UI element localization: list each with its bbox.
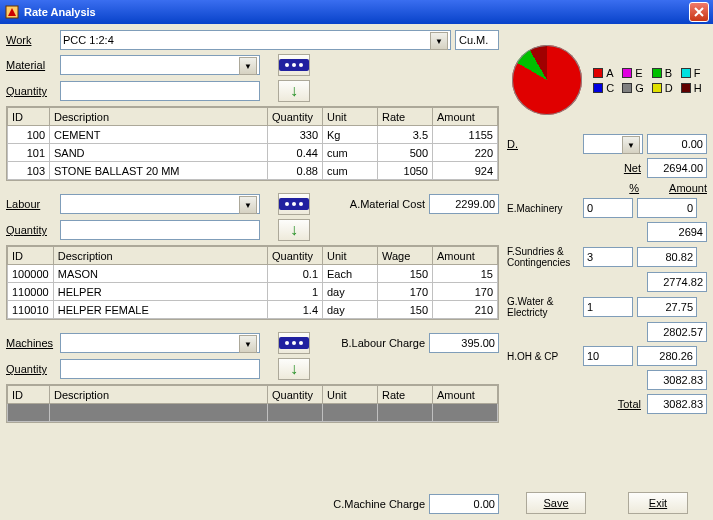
machines-row: Machines B.Labour Charge 395.00	[6, 332, 499, 354]
work-row: Work PCC 1:2:4 Cu.M.	[6, 30, 499, 50]
f-pct-input[interactable]: 3	[583, 247, 633, 267]
machine-charge-label: C.Machine Charge	[333, 498, 425, 510]
arrow-down-icon: ↓	[290, 360, 298, 378]
total-value: 3082.83	[647, 394, 707, 414]
labour-charge-value: 395.00	[429, 333, 499, 353]
f-amt: 80.82	[637, 247, 697, 267]
machines-qty-input[interactable]	[60, 359, 260, 379]
material-table: ID Description Quantity Unit Rate Amount…	[6, 106, 499, 181]
table-row[interactable]: 103STONE BALLAST 20 MM0.88cum1050924	[8, 162, 498, 180]
close-button[interactable]	[689, 2, 709, 22]
h-pct-input[interactable]: 10	[583, 346, 633, 366]
labour-row: Labour A.Material Cost 2299.00	[6, 193, 499, 215]
arrow-down-icon: ↓	[290, 82, 298, 100]
col-rate[interactable]: Rate	[378, 108, 433, 126]
col-qty[interactable]: Quantity	[268, 108, 323, 126]
work-label: Work	[6, 34, 56, 46]
labour-add-button[interactable]: ↓	[278, 219, 310, 241]
h-row: H.OH & CP 10 280.26	[507, 346, 707, 366]
sub4: 3082.83	[647, 370, 707, 390]
labour-select-button[interactable]	[278, 193, 310, 215]
titlebar: Rate Analysis	[0, 0, 713, 24]
g-amt: 27.75	[637, 297, 697, 317]
table-row[interactable]: 110000HELPER1day170170	[8, 283, 498, 301]
material-qty-row: Quantity ↓	[6, 80, 499, 102]
labour-combo[interactable]	[60, 194, 260, 214]
g-pct-input[interactable]: 1	[583, 297, 633, 317]
net-value: 2694.00	[647, 158, 707, 178]
material-add-button[interactable]: ↓	[278, 80, 310, 102]
arrow-down-icon: ↓	[290, 221, 298, 239]
labour-qty-row: Quantity ↓	[6, 219, 499, 241]
save-button[interactable]: Save	[526, 492, 586, 514]
table-row[interactable]: 100000MASON0.1Each15015	[8, 265, 498, 283]
d-row: D. 0.00	[507, 134, 707, 154]
app-icon	[4, 4, 20, 20]
total-row: Total 3082.83	[507, 394, 707, 414]
net-row: Net 2694.00	[507, 158, 707, 178]
e-pct-input[interactable]: 0	[583, 198, 633, 218]
material-select-button[interactable]	[278, 54, 310, 76]
d-combo[interactable]	[583, 134, 643, 154]
col-id[interactable]: ID	[8, 108, 50, 126]
material-combo[interactable]	[60, 55, 260, 75]
machines-table: ID Description Quantity Unit Rate Amount	[6, 384, 499, 423]
machine-charge-value: 0.00	[429, 494, 499, 514]
labour-charge-label: B.Labour Charge	[341, 337, 425, 349]
material-cost-value: 2299.00	[429, 194, 499, 214]
pie-chart	[512, 45, 582, 115]
material-qty-input[interactable]	[60, 81, 260, 101]
labour-qty-label: Quantity	[6, 224, 56, 236]
material-cost-label: A.Material Cost	[350, 198, 425, 210]
f-row: F.Sundries & Contingencies 3 80.82	[507, 246, 707, 268]
col-unit[interactable]: Unit	[323, 108, 378, 126]
col-amount[interactable]: Amount	[433, 108, 498, 126]
h-amt: 280.26	[637, 346, 697, 366]
machine-charge-row: C.Machine Charge 0.00	[6, 494, 499, 514]
bottom-buttons: Save Exit	[507, 492, 707, 514]
work-combo[interactable]: PCC 1:2:4	[60, 30, 451, 50]
window-title: Rate Analysis	[24, 6, 689, 18]
labour-label: Labour	[6, 198, 56, 210]
table-row[interactable]: 110010HELPER FEMALE1.4day150210	[8, 301, 498, 319]
material-label: Material	[6, 59, 56, 71]
labour-qty-input[interactable]	[60, 220, 260, 240]
pie-legend: A E B F C G D H	[593, 67, 701, 94]
table-row-empty	[8, 404, 498, 422]
header-row: % Amount	[507, 182, 707, 194]
machines-combo[interactable]	[60, 333, 260, 353]
work-unit: Cu.M.	[455, 30, 499, 50]
sub1: 2694	[647, 222, 707, 242]
e-row: E.Machinery 0 0	[507, 198, 707, 218]
material-qty-label: Quantity	[6, 85, 56, 97]
machines-add-button[interactable]: ↓	[278, 358, 310, 380]
machines-qty-label: Quantity	[6, 363, 56, 375]
table-row[interactable]: 101SAND0.44cum500220	[8, 144, 498, 162]
pie-chart-area: A E B F C G D H	[507, 30, 707, 130]
table-row[interactable]: 100CEMENT330Kg3.51155	[8, 126, 498, 144]
col-desc[interactable]: Description	[50, 108, 268, 126]
machines-label: Machines	[6, 337, 56, 349]
sub2: 2774.82	[647, 272, 707, 292]
sub3: 2802.57	[647, 322, 707, 342]
exit-button[interactable]: Exit	[628, 492, 688, 514]
e-amt: 0	[637, 198, 697, 218]
g-row: G.Water & Electricty 1 27.75	[507, 296, 707, 318]
machines-select-button[interactable]	[278, 332, 310, 354]
material-row: Material	[6, 54, 499, 76]
d-value: 0.00	[647, 134, 707, 154]
labour-table: ID Description Quantity Unit Wage Amount…	[6, 245, 499, 320]
machines-qty-row: Quantity ↓	[6, 358, 499, 380]
